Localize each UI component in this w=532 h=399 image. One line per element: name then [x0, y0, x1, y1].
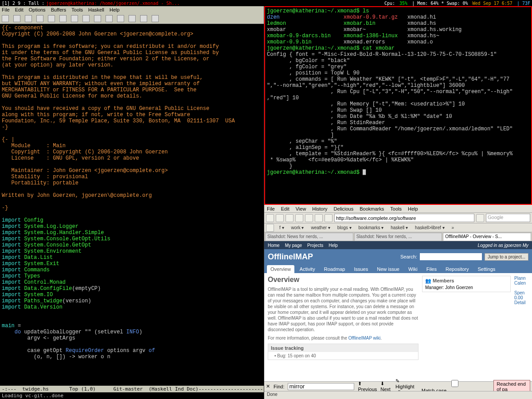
menu-view[interactable]: View [296, 206, 306, 211]
menu-edit[interactable]: Edit [15, 7, 23, 12]
tab-slashdot-2[interactable]: Slashdot: News for nerds, ... [354, 233, 442, 241]
emacs-minibuffer[interactable]: Loading vc-git...done [0, 392, 264, 399]
stop-button[interactable] [295, 214, 303, 222]
bookmark-toolbar: f ▾ work ▾ weather ▾ blogs ▾ bookmarks ▾… [264, 223, 532, 232]
go-button[interactable] [476, 214, 484, 222]
home-button[interactable] [305, 214, 313, 222]
link-projects[interactable]: Projects [307, 243, 323, 248]
more-info: For more information, please consult the [268, 336, 348, 340]
xmobar-config: Config { font = "-Misc-Fixed-Bold-R-Norm… [267, 51, 513, 169]
menu-tools[interactable]: Tools [390, 206, 402, 211]
menu-delicious[interactable]: Delicious [334, 206, 354, 211]
bookmark-icon[interactable] [315, 214, 323, 222]
tag-icon[interactable] [325, 214, 332, 222]
link-help[interactable]: Help [329, 243, 338, 248]
menu-options[interactable]: Options [29, 7, 46, 12]
details-link[interactable]: Detail [514, 300, 528, 305]
workspace-indicator[interactable]: [1] 2 9 : Tall : [2, 1, 44, 6]
cpu-value: 35% [399, 1, 407, 6]
menu-file[interactable]: File [267, 206, 275, 211]
close-find-icon[interactable]: ✕ [266, 383, 270, 389]
tab-wiki[interactable]: Wiki [405, 265, 421, 273]
replace-icon[interactable] [117, 15, 124, 22]
bookmark-haskell-libref[interactable]: haskell>libref ▾ [413, 225, 446, 231]
members-header: Members [433, 278, 454, 283]
undo-icon[interactable] [59, 15, 66, 22]
bug-count[interactable]: Bug: 15 open on 40 [277, 353, 316, 358]
bookmark-blogs[interactable]: blogs ▾ [336, 225, 353, 231]
overview-heading: Overview [268, 276, 419, 284]
new-file-icon[interactable] [2, 15, 9, 22]
menu-history[interactable]: History [312, 206, 327, 211]
print-icon[interactable] [129, 15, 136, 22]
menu-help[interactable]: Help [408, 206, 418, 211]
browser-menu-bar: File Edit View History Delicious Bookmar… [264, 205, 532, 213]
tab-new-issue[interactable]: New issue [373, 265, 403, 273]
menu-tools[interactable]: Tools [71, 7, 83, 12]
emacs-menu-bar: File Edit Options Buffers Tools Haskell … [0, 6, 264, 13]
tab-settings[interactable]: Settings [474, 265, 499, 273]
weather-temp: | 73F [517, 1, 530, 6]
browser-status-bar: Done [264, 391, 532, 399]
emacs-mode-line: -:--- twidge.hs Top (1,0) Git-master (Ha… [0, 386, 264, 392]
menu-help[interactable]: Help [110, 7, 120, 12]
copy-icon[interactable] [82, 15, 90, 22]
bookmark-work[interactable]: work ▾ [289, 225, 306, 231]
link-mypage[interactable]: My page [285, 243, 302, 248]
tab-repository[interactable]: Repository [442, 265, 473, 273]
reload-button[interactable] [286, 214, 293, 222]
tab-roadmap[interactable]: Roadmap [321, 265, 349, 273]
tab-overview[interactable]: Overview [267, 265, 294, 273]
find-next-button[interactable]: ⬇ Next [380, 381, 392, 392]
tab-activity[interactable]: Activity [296, 265, 319, 273]
shell-prompt: jgoerzen@katherina:~/.xmonad$ [267, 169, 363, 176]
terminal-window[interactable]: jgoerzen@katherina:~/.xmonad$ ls dzen xm… [264, 6, 532, 205]
cut-icon[interactable] [71, 15, 78, 22]
cpu-label: Cpu: [384, 1, 395, 6]
calendar-link[interactable]: Calen [514, 281, 528, 286]
back-button[interactable] [266, 214, 274, 222]
emacs-toolbar [0, 13, 264, 24]
page-content: Home My page Projects Help Logged in as … [264, 241, 532, 381]
link-home[interactable]: Home [268, 243, 280, 248]
menu-buffers[interactable]: Buffers [51, 7, 66, 12]
project-search-input[interactable] [420, 253, 482, 260]
tab-issues[interactable]: Issues [350, 265, 372, 273]
search-bar[interactable]: Google [486, 214, 530, 222]
bookmark-f[interactable]: f ▾ [278, 225, 286, 231]
open-file-icon[interactable] [13, 15, 20, 22]
mem-swap: | Mem: 64% * Swap: 0% [412, 1, 468, 6]
planning-link[interactable]: Plann [514, 276, 528, 281]
paste-icon[interactable] [94, 15, 101, 22]
find-previous-button[interactable]: ⬆ Previous [358, 381, 377, 392]
overview-main: Overview OfflineIMAP is a tool to simpli… [268, 276, 419, 379]
tab-files[interactable]: Files [423, 265, 440, 273]
find-input[interactable] [288, 383, 354, 390]
scroll-left-icon[interactable] [266, 224, 274, 232]
menu-haskell[interactable]: Haskell [88, 7, 104, 12]
forward-button[interactable] [276, 214, 284, 222]
search-icon[interactable] [106, 15, 113, 22]
bookmark-bookmarks[interactable]: bookmarks ▾ [357, 225, 386, 231]
url-bar[interactable]: http://software.complete.org/software [334, 214, 474, 222]
close-icon[interactable] [36, 15, 43, 22]
info-const: INFO [126, 329, 139, 335]
emacs-editor[interactable]: {{- component Copyright (C) 2006-2008 Jo… [0, 24, 264, 386]
bookmark-weather[interactable]: weather ▾ [309, 225, 332, 231]
prefs-icon[interactable] [140, 15, 147, 22]
menu-bookmarks[interactable]: Bookmarks [360, 206, 384, 211]
menu-file[interactable]: File [2, 7, 10, 12]
find-label: Find: [274, 384, 284, 389]
save-icon[interactable] [48, 15, 55, 22]
code-line: getOpt [40, 348, 66, 354]
wiki-link[interactable]: OfflineIMAP wiki [348, 336, 380, 340]
folder-icon[interactable] [25, 15, 32, 22]
tab-offlineimap[interactable]: OfflineIMAP - Overview - S... [443, 233, 531, 241]
manager-link[interactable]: John Goerzen [445, 285, 473, 290]
tab-slashdot-1[interactable]: Slashdot: News for nerds, ... [265, 233, 353, 241]
help-icon[interactable] [152, 15, 159, 22]
bookmark-haskell[interactable]: haskell ▾ [389, 225, 410, 231]
jump-to-project[interactable]: Jump to a project... [485, 253, 528, 261]
menu-edit[interactable]: Edit [281, 206, 289, 211]
bookmark-overflow[interactable]: » [450, 225, 456, 231]
